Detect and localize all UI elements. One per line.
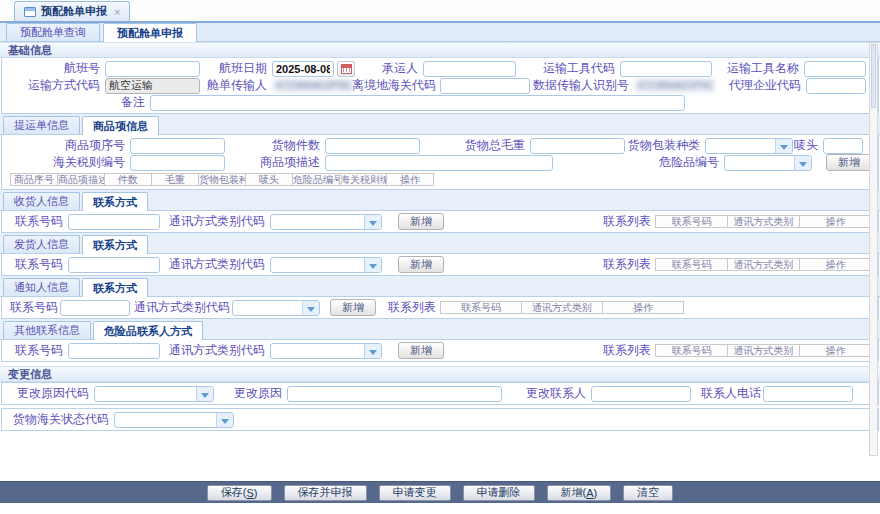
save-declare-button[interactable]: 保存并申报	[284, 485, 367, 501]
window-tab-strip: 预配舱单申报 ×	[0, 0, 880, 23]
tab-shipper-info[interactable]: 发货人信息	[3, 235, 80, 253]
flight-no-input[interactable]	[105, 61, 200, 77]
add-danger-contact-button[interactable]: 新增	[398, 342, 444, 359]
danger-contact-number-input[interactable]	[68, 343, 160, 359]
pkg-count-input[interactable]	[325, 138, 420, 154]
transport-mode-label: 运输方式代码	[10, 77, 105, 94]
shipper-contact-number-input[interactable]	[68, 257, 160, 273]
tab-notify-contact-method[interactable]: 联系方式	[82, 278, 148, 297]
change-reason-code-label: 更改原因代码	[10, 385, 94, 402]
tab-consignee-contact-method[interactable]: 联系方式	[82, 192, 148, 211]
close-icon[interactable]: ×	[114, 6, 120, 18]
app-window: 预配舱单申报 × 预配舱单查询 预配舱单申报 基础信息 航班号 航班日期 承运人…	[0, 0, 880, 514]
change-reason-label: 更改原因	[232, 385, 287, 402]
agent-code-input[interactable]	[806, 78, 866, 94]
window-tab-title: 预配舱单申报	[41, 4, 107, 19]
contact-col-number: 联系号码	[655, 215, 728, 228]
contact-phone-input[interactable]	[763, 386, 853, 402]
shipper-contact-list: 联系列表 联系号码 通讯方式类别 操作	[603, 256, 872, 273]
add-new-button[interactable]: 新增(A)	[547, 485, 612, 501]
goods-col-hscode: 海关税则编号	[339, 173, 387, 186]
change-contact-input[interactable]	[591, 386, 691, 402]
transport-code-input[interactable]	[620, 61, 712, 77]
notify-contact-type-select[interactable]	[232, 300, 320, 316]
tab-manifest-query[interactable]: 预配舱单查询	[6, 23, 100, 41]
scrollbar-thumb[interactable]	[871, 44, 876, 108]
danger-contact-list: 联系列表 联系号码 通讯方式类别 操作	[603, 342, 872, 359]
flight-no-label: 航班号	[10, 60, 105, 77]
shipper-contact-type-select[interactable]	[270, 257, 382, 273]
scrollbar-track[interactable]	[869, 42, 878, 456]
item-desc-input[interactable]	[325, 155, 553, 171]
calendar-button[interactable]	[337, 61, 355, 77]
tab-danger-contact-method[interactable]: 危险品联系人方式	[93, 321, 203, 340]
add-notify-contact-button[interactable]: 新增	[330, 299, 376, 316]
gross-weight-input[interactable]	[530, 138, 625, 154]
consignee-contact-panel: 联系号码 通讯方式类别代码 新增 联系列表 联系号码 通讯方式类别 操作	[1, 211, 879, 233]
cargo-status-label: 货物海关状态代码	[10, 411, 114, 428]
tab-consignee-info[interactable]: 收货人信息	[3, 192, 80, 210]
other-contact-tabbar: 其他联系信息 危险品联系人方式	[0, 319, 880, 340]
mark-input[interactable]	[823, 138, 863, 154]
consignee-tabbar: 收货人信息 联系方式	[0, 190, 880, 211]
pkg-type-select[interactable]	[705, 138, 793, 154]
consignee-contact-number-input[interactable]	[68, 214, 160, 230]
tab-goods-item-info[interactable]: 商品项信息	[82, 116, 159, 135]
goods-col-pkgtype: 货物包装种类	[198, 173, 246, 186]
notify-tabbar: 通知人信息 联系方式	[0, 276, 880, 297]
change-reason-code-select[interactable]	[94, 386, 214, 402]
manifest-sender-label: 舱单传输人	[200, 77, 272, 94]
danger-no-select[interactable]	[724, 155, 812, 171]
item-seq-input[interactable]	[130, 138, 225, 154]
section-header-change: 变更信息	[0, 366, 880, 382]
contact-list-table: 联系号码 通讯方式类别 操作	[655, 258, 872, 271]
notify-contact-row: 联系号码 通讯方式类别代码 新增 联系列表 联系号码 通讯方式类别 操作	[2, 299, 878, 316]
goods-tabbar: 提运单信息 商品项信息	[0, 114, 880, 135]
goods-col-seq: 商品序号	[10, 173, 58, 186]
shipper-contact-row: 联系号码 通讯方式类别代码 新增 联系列表 联系号码 通讯方式类别 操作	[2, 256, 878, 273]
tab-bill-info[interactable]: 提运单信息	[3, 116, 80, 134]
danger-no-label: 危险品编号	[649, 154, 724, 171]
change-reason-input[interactable]	[287, 386, 502, 402]
tab-other-contact-info[interactable]: 其他联系信息	[3, 321, 91, 339]
contact-col-action: 操作	[799, 215, 872, 228]
transport-code-label: 运输工具代码	[516, 60, 620, 77]
consignee-contact-type-select[interactable]	[270, 214, 382, 230]
contact-list-label: 联系列表	[388, 299, 440, 316]
consignee-contact-row: 联系号码 通讯方式类别代码 新增 联系列表 联系号码 通讯方式类别 操作	[2, 213, 878, 230]
tab-manifest-declare[interactable]: 预配舱单申报	[103, 23, 197, 42]
flight-date-input[interactable]	[272, 61, 334, 77]
cargo-status-panel: 货物海关状态代码	[1, 408, 879, 431]
window-tab[interactable]: 预配舱单申报 ×	[14, 1, 130, 21]
goods-col-action: 操作	[386, 173, 434, 186]
remark-input[interactable]	[150, 95, 685, 111]
notify-contact-number-input[interactable]	[60, 300, 130, 316]
save-button[interactable]: 保存(S)	[207, 485, 272, 501]
contact-type-label: 通讯方式类别代码	[164, 342, 270, 359]
contact-list-table: 联系号码 通讯方式类别 操作	[655, 344, 872, 357]
apply-delete-button[interactable]: 申请删除	[463, 485, 535, 501]
change-info-panel: 更改原因代码 更改原因 更改联系人 联系人电话	[1, 382, 879, 405]
exit-customs-input[interactable]	[440, 78, 530, 94]
basic-row-3: 备注	[2, 94, 878, 111]
add-shipper-contact-button[interactable]: 新增	[398, 256, 444, 273]
contact-col-action: 操作	[799, 344, 872, 357]
goods-col-danger: 危险品编号	[292, 173, 340, 186]
contact-col-type: 通讯方式类别	[727, 344, 800, 357]
clear-button[interactable]: 清空	[623, 485, 673, 501]
add-consignee-contact-button[interactable]: 新增	[398, 213, 444, 230]
contact-col-number: 联系号码	[440, 301, 522, 314]
transport-name-label: 运输工具名称	[712, 60, 804, 77]
transport-name-input[interactable]	[804, 61, 866, 77]
contact-number-label: 联系号码	[10, 342, 68, 359]
apply-change-button[interactable]: 申请变更	[379, 485, 451, 501]
agent-code-label: 代理企业代码	[714, 77, 806, 94]
add-goods-button[interactable]: 新增	[826, 154, 872, 171]
tab-shipper-contact-method[interactable]: 联系方式	[82, 235, 148, 254]
danger-contact-type-select[interactable]	[270, 343, 382, 359]
pkg-type-label: 货物包装种类	[625, 137, 705, 154]
tab-notify-info[interactable]: 通知人信息	[3, 278, 80, 296]
carrier-input[interactable]	[423, 61, 516, 77]
hs-code-input[interactable]	[130, 155, 225, 171]
cargo-status-select[interactable]	[114, 412, 234, 428]
